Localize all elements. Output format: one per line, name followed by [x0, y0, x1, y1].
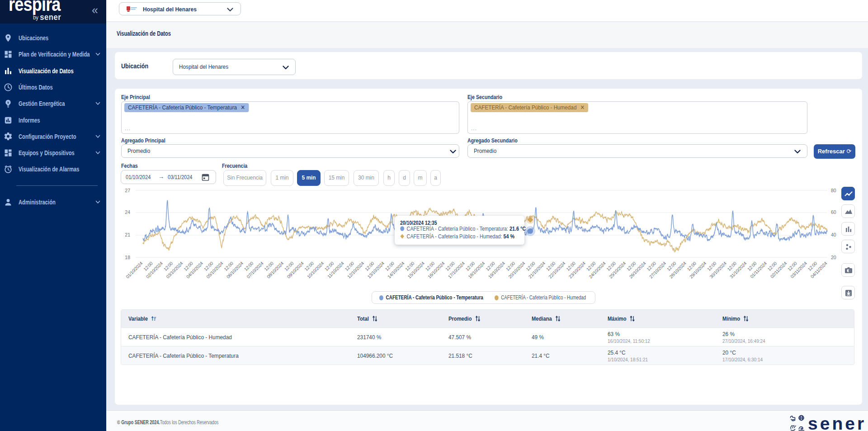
svg-text:24: 24	[125, 209, 130, 215]
svg-text:80: 80	[831, 188, 836, 193]
svg-text:01/10/2024: 01/10/2024	[125, 260, 144, 279]
svg-text:18: 18	[125, 255, 130, 260]
svg-text:60: 60	[831, 209, 836, 215]
svg-text:27: 27	[125, 188, 130, 193]
svg-text:20: 20	[831, 255, 836, 260]
svg-text:21: 21	[125, 232, 130, 237]
svg-text:40: 40	[831, 232, 836, 237]
